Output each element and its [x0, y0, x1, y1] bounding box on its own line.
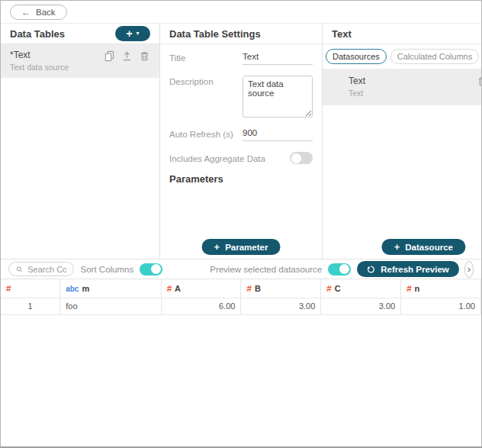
text-type-icon: abc — [66, 285, 79, 293]
description-textarea[interactable]: Text data source — [243, 76, 313, 118]
preview-table: # abcm #A #B #C #n 1 foo 6.00 3.00 3.00 … — [1, 279, 481, 315]
number-type-icon: # — [167, 284, 172, 293]
data-tables-panel: Data Tables + ▾ *Text Text data source — [1, 24, 159, 259]
cell-a: 6.00 — [161, 298, 241, 314]
refresh-preview-label: Refresh Preview — [381, 265, 449, 274]
sort-columns-toggle[interactable] — [140, 263, 162, 276]
datasources-tabs: Datasources Calculated Columns Debug — [323, 44, 482, 69]
data-tables-header: Data Tables + ▾ — [1, 24, 159, 44]
number-type-icon: # — [6, 284, 11, 293]
number-type-icon: # — [246, 284, 251, 293]
add-parameter-label: Parameter — [225, 243, 268, 252]
plus-icon: + — [394, 241, 400, 253]
empty-preview-area — [1, 315, 481, 447]
search-columns-box — [8, 262, 74, 276]
app-window: ← Back Data Tables + ▾ *Text Text data s… — [0, 0, 482, 448]
column-header-index[interactable]: # — [1, 279, 60, 298]
cell-n: 1.00 — [401, 298, 481, 314]
chevron-right-icon: › — [468, 263, 471, 275]
settings-form: Title Description Text data source Auto … — [160, 44, 322, 185]
number-type-icon: # — [406, 284, 411, 293]
column-header-a[interactable]: #A — [161, 279, 241, 298]
number-type-icon: # — [326, 284, 331, 293]
tab-datasources[interactable]: Datasources — [326, 49, 387, 64]
copy-icon[interactable] — [104, 50, 115, 62]
search-icon — [16, 265, 23, 274]
data-table-item-text: *Text Text data source — [10, 50, 69, 72]
data-table-settings-panel: Data Table Settings Title Description Te… — [159, 24, 322, 259]
datasources-header: Text — [323, 24, 482, 44]
column-header-n[interactable]: #n — [401, 279, 481, 298]
cell-m: foo — [60, 298, 161, 314]
data-tables-title: Data Tables — [10, 28, 65, 40]
trash-icon[interactable] — [477, 76, 482, 87]
settings-title: Data Table Settings — [169, 28, 261, 40]
add-datasource-button[interactable]: + Datasource — [382, 239, 465, 255]
table-header-row: # abcm #A #B #C #n — [1, 279, 481, 298]
add-datasource-label: Datasource — [405, 243, 453, 252]
column-header-c[interactable]: #C — [321, 279, 401, 298]
data-table-item-actions — [104, 50, 150, 72]
table-row[interactable]: 1 foo 6.00 3.00 3.00 1.00 — [1, 298, 481, 314]
parameters-heading: Parameters — [169, 173, 313, 185]
chevron-down-icon: ▾ — [137, 31, 140, 37]
datasource-item-name: Text — [349, 76, 365, 86]
datasources-panel: Text Datasources Calculated Columns Debu… — [322, 24, 482, 259]
cell-b: 3.00 — [241, 298, 321, 314]
back-button[interactable]: ← Back — [10, 5, 67, 20]
preview-datasource-toggle[interactable] — [328, 263, 351, 276]
aggregate-toggle[interactable] — [290, 152, 313, 164]
back-button-label: Back — [36, 8, 56, 17]
topbar: ← Back — [1, 1, 481, 24]
auto-refresh-field[interactable] — [243, 128, 313, 141]
cell-index: 1 — [1, 298, 60, 314]
refresh-preview-button[interactable]: Refresh Preview — [357, 261, 459, 277]
description-field-label: Description — [169, 76, 243, 118]
main-area: Data Tables + ▾ *Text Text data source — [1, 24, 481, 259]
datasource-item-text: Text Text — [349, 76, 365, 98]
upload-icon[interactable] — [121, 50, 133, 62]
preview-datasource-label: Preview selected datasource — [210, 265, 322, 274]
preview-toolbar: Sort Columns Preview selected datasource… — [1, 259, 481, 279]
cell-c: 3.00 — [321, 298, 401, 314]
auto-refresh-label: Auto Refresh (s) — [169, 128, 243, 141]
sort-columns-label: Sort Columns — [81, 265, 134, 274]
plus-icon: + — [126, 28, 132, 39]
expand-preview-button[interactable]: › — [464, 261, 474, 278]
title-field[interactable] — [243, 52, 313, 65]
plus-icon: + — [214, 241, 220, 253]
data-table-list-item[interactable]: *Text Text data source — [1, 44, 159, 78]
column-header-b[interactable]: #B — [241, 279, 321, 298]
aggregate-toggle-label: Includes Aggregate Data — [169, 153, 265, 163]
data-table-item-subtitle: Text data source — [10, 63, 69, 72]
add-data-table-button[interactable]: + ▾ — [115, 26, 150, 41]
data-table-item-name: *Text — [10, 50, 69, 60]
datasource-list-item[interactable]: Text Text — [323, 69, 482, 105]
datasources-panel-title: Text — [332, 28, 352, 40]
column-header-m[interactable]: abcm — [60, 279, 161, 298]
search-columns-input[interactable] — [27, 265, 66, 274]
settings-header: Data Table Settings — [160, 24, 322, 44]
add-parameter-button[interactable]: + Parameter — [202, 239, 281, 255]
refresh-icon — [367, 265, 376, 274]
title-field-label: Title — [169, 52, 243, 65]
datasource-item-subtitle: Text — [349, 89, 365, 98]
tab-calculated-columns[interactable]: Calculated Columns — [390, 49, 479, 64]
back-arrow-icon: ← — [21, 7, 31, 18]
trash-icon[interactable] — [139, 50, 150, 62]
